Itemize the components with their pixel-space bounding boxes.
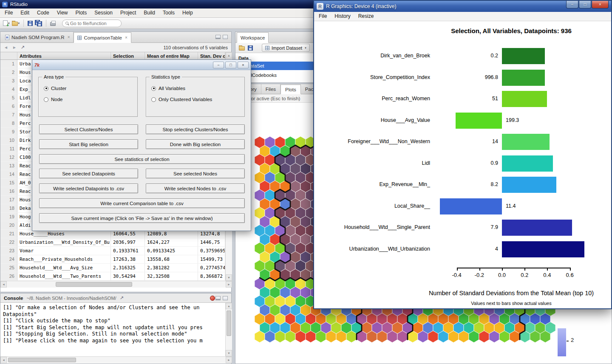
minimize-icon[interactable]: − bbox=[566, 1, 578, 8]
menu-resize[interactable]: Resize bbox=[354, 12, 378, 21]
menu-file[interactable]: File bbox=[315, 12, 331, 21]
scroll-down-icon[interactable]: ▼ bbox=[226, 350, 232, 356]
save-all-icon-2 bbox=[37, 21, 42, 26]
stop-selecting-button[interactable]: Stop selecting Clusters/Nodes bbox=[146, 124, 245, 134]
column-header-sd[interactable]: Stan. Dev o bbox=[198, 52, 225, 59]
open-folder-icon[interactable] bbox=[239, 46, 245, 51]
menu-tools[interactable]: Tools bbox=[159, 8, 178, 17]
save-current-image-button[interactable]: Save current image (Click on 'File -> Sa… bbox=[39, 213, 245, 223]
bar bbox=[502, 70, 545, 86]
radio-icon bbox=[44, 86, 48, 91]
write-comparison-table-csv-button[interactable]: Write current Comparison table to .csv bbox=[39, 198, 245, 208]
scrollbar-thumb[interactable] bbox=[8, 358, 76, 362]
tab-files[interactable]: Files bbox=[261, 84, 280, 94]
goto-file-input[interactable] bbox=[70, 21, 118, 26]
maximize-icon[interactable]: □ bbox=[225, 62, 236, 68]
table-row[interactable]: 24Reach___Private_Households17263,381355… bbox=[0, 255, 225, 264]
scroll-right-icon[interactable]: ► bbox=[226, 357, 232, 363]
popout-icon[interactable]: ↗ bbox=[120, 295, 124, 301]
menu-history[interactable]: History bbox=[331, 12, 354, 21]
radio-node[interactable]: Node bbox=[44, 97, 63, 102]
row-number: 26 bbox=[0, 272, 17, 280]
radio-all-variables[interactable]: All Variables bbox=[151, 86, 185, 91]
select-clusters-nodes-button[interactable]: Select Clusters/Nodes bbox=[39, 124, 138, 134]
chart-title: Selection, All Variables, Datapoints: 93… bbox=[384, 27, 612, 34]
tab-plots[interactable]: Plots bbox=[280, 85, 301, 94]
area-type-group: Area type Cluster Node bbox=[38, 77, 138, 117]
minimize-pane-icon[interactable] bbox=[215, 296, 221, 300]
scroll-left-icon[interactable]: ◄ bbox=[0, 357, 7, 363]
minimize-pane-icon[interactable] bbox=[215, 35, 221, 39]
menu-code[interactable]: Code bbox=[33, 8, 53, 17]
som-legend-label: 2 bbox=[571, 337, 574, 343]
open-file-button[interactable]: ▾ bbox=[12, 21, 20, 26]
table-row[interactable]: 22Urbanization___Wtd_Density_Of_Bu2036,9… bbox=[0, 238, 225, 247]
tab-comparison-table[interactable]: ComparisonTable × bbox=[74, 32, 131, 43]
scrollbar-thumb[interactable] bbox=[227, 310, 231, 336]
table-row[interactable]: 21House_____Houses16064,5512089,813274,8 bbox=[0, 230, 225, 238]
popout-icon[interactable]: ↗ bbox=[21, 45, 25, 50]
maximize-pane-icon[interactable] bbox=[223, 35, 228, 39]
import-dataset-button[interactable]: Import Dataset ▾ bbox=[262, 44, 310, 52]
column-header-selection[interactable]: Selection bbox=[111, 52, 145, 59]
radio-only-clustered[interactable]: Only Clustered Variables bbox=[151, 97, 212, 102]
bar bbox=[502, 91, 547, 107]
menu-help[interactable]: Help bbox=[178, 8, 197, 17]
maximize-icon[interactable]: □ bbox=[579, 1, 591, 8]
menu-edit[interactable]: Edit bbox=[17, 8, 33, 17]
chart-xlabel: Number of Standard Deviations from the T… bbox=[363, 290, 612, 296]
scroll-down-icon[interactable]: ▼ bbox=[226, 274, 232, 281]
save-icon[interactable] bbox=[248, 45, 253, 51]
print-icon[interactable] bbox=[50, 22, 56, 26]
console-header: Console ~/8. Nadieh SOM - Innovation/Nad… bbox=[0, 293, 231, 303]
console-hscrollbar[interactable]: ◄ ► bbox=[0, 356, 232, 363]
close-icon[interactable]: × bbox=[238, 62, 249, 68]
table-row[interactable]: 23Vomar0,19337610,091334250,3759695 bbox=[0, 247, 225, 255]
menu-build[interactable]: Build bbox=[140, 8, 159, 17]
save-icon[interactable] bbox=[28, 21, 33, 26]
console-output[interactable]: [1] "Or make a selection of Nodes and/or… bbox=[0, 303, 225, 356]
see-selected-nodes-button[interactable]: See selected Nodes bbox=[146, 169, 245, 178]
r-graphics-titlebar[interactable]: R R Graphics: Device 4 (inactive) − □ × bbox=[314, 1, 611, 12]
done-big-selection-button[interactable]: Done with Big selection bbox=[146, 139, 245, 149]
menu-session[interactable]: Session bbox=[91, 8, 116, 17]
radio-cluster[interactable]: Cluster bbox=[44, 86, 66, 91]
minimize-icon[interactable]: − bbox=[213, 62, 224, 68]
scrollbar-thumb[interactable] bbox=[56, 282, 132, 287]
close-tab-icon[interactable]: × bbox=[125, 35, 128, 40]
row-number: 17 bbox=[0, 196, 17, 204]
maximize-pane-icon[interactable] bbox=[223, 296, 228, 300]
tab-workspace[interactable]: Workspace bbox=[237, 32, 269, 43]
column-header-attributes[interactable]: Attributes bbox=[17, 52, 111, 59]
menu-project[interactable]: Project bbox=[116, 8, 140, 17]
console-vscrollbar[interactable]: ▲ ▼ bbox=[225, 303, 232, 356]
tk-dialog-titlebar[interactable]: 7k − □ × bbox=[32, 60, 251, 70]
menu-file[interactable]: File bbox=[1, 8, 17, 17]
new-file-button[interactable]: ▾ bbox=[3, 20, 10, 26]
stop-icon[interactable] bbox=[210, 296, 215, 301]
table-row[interactable]: 26Household___Wtd___Two_Parents30,542943… bbox=[0, 272, 225, 281]
start-big-selection-button[interactable]: Start Big selection bbox=[39, 139, 138, 149]
forward-arrow-icon[interactable]: ► bbox=[12, 45, 17, 50]
write-datapoints-csv-button[interactable]: Write selected Datapoints to .csv bbox=[39, 183, 138, 193]
column-header-mean[interactable]: Mean of entire Map bbox=[145, 52, 198, 59]
menu-plots[interactable]: Plots bbox=[72, 8, 91, 17]
write-nodes-csv-button[interactable]: Write selected Nodes to .csv bbox=[146, 183, 245, 193]
back-arrow-icon[interactable]: ◄ bbox=[4, 45, 8, 50]
see-statistics-button[interactable]: See statistics of selection bbox=[39, 154, 245, 164]
table-row[interactable]: 25Household___Wtd___Avg_Size2,3163252,38… bbox=[0, 264, 225, 272]
bar bbox=[502, 177, 556, 193]
scroll-up-icon[interactable]: ▲ bbox=[226, 303, 232, 309]
see-selected-datapoints-button[interactable]: See selected Datapoints bbox=[39, 169, 138, 178]
tab-nadieh-som-program[interactable]: R Nadieh SOM Program.R × bbox=[2, 32, 74, 42]
scroll-right-icon[interactable]: ► bbox=[226, 281, 232, 288]
editor-hscrollbar[interactable]: ◄ ► bbox=[0, 281, 232, 288]
goto-file-box[interactable] bbox=[62, 20, 122, 27]
scroll-up-icon[interactable]: ▲ bbox=[226, 52, 232, 59]
bar-label: Local_Share__ bbox=[314, 203, 430, 209]
cell-sd: 15499,73 bbox=[198, 255, 225, 263]
scroll-left-icon[interactable]: ◄ bbox=[0, 281, 7, 288]
menu-view[interactable]: View bbox=[53, 8, 72, 17]
close-tab-icon[interactable]: × bbox=[68, 35, 70, 40]
close-icon[interactable]: × bbox=[592, 1, 609, 8]
